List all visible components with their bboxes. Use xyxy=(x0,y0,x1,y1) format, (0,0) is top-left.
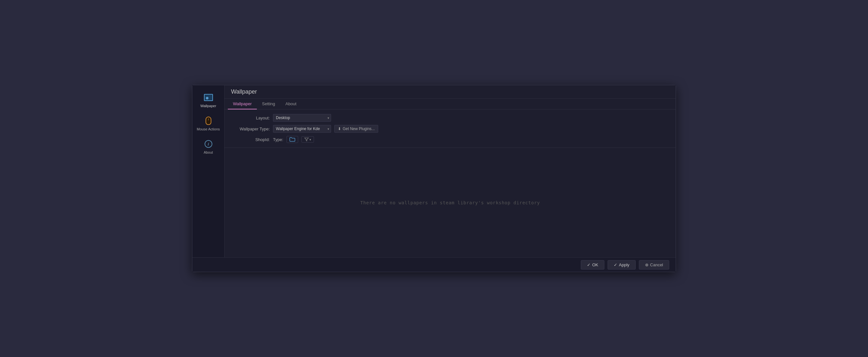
folder-button[interactable] xyxy=(286,136,298,143)
sidebar: Wallpaper Mouse Actions i About xyxy=(192,85,225,257)
wallpaper-type-select-wrapper: Wallpaper Engine for Kde xyxy=(273,125,331,133)
cancel-icon: ⊗ xyxy=(645,262,649,267)
get-plugins-label: Get New Plugins... xyxy=(343,126,375,131)
main-content: Wallpaper Wallpaper Setting About Layout… xyxy=(225,85,676,257)
title-bar: Wallpaper xyxy=(225,85,676,99)
bottom-bar: ✓ OK ✓ Apply ⊗ Cancel xyxy=(192,257,676,272)
wallpaper-type-select[interactable]: Wallpaper Engine for Kde xyxy=(273,125,331,133)
sidebar-label-mouse-actions: Mouse Actions xyxy=(197,127,220,131)
empty-message: There are no wallpapers in steam library… xyxy=(361,200,540,205)
download-icon: ⬇ xyxy=(338,126,341,131)
apply-button[interactable]: ✓ Apply xyxy=(608,260,636,270)
shopid-row: ShopId: Type: ▾ xyxy=(234,136,666,143)
tab-setting[interactable]: Setting xyxy=(257,99,280,110)
mouse-actions-icon xyxy=(203,116,214,126)
layout-select-wrapper: Desktop xyxy=(273,114,331,122)
type-label: Type: xyxy=(273,137,283,142)
layout-select[interactable]: Desktop xyxy=(273,114,331,122)
sidebar-item-wallpaper[interactable]: Wallpaper xyxy=(192,88,224,112)
controls-area: Layout: Desktop Wallpaper Type: Wallpape… xyxy=(225,110,676,148)
cancel-label: Cancel xyxy=(650,262,663,267)
apply-icon: ✓ xyxy=(614,262,617,267)
tab-about[interactable]: About xyxy=(280,99,302,110)
ok-button[interactable]: ✓ OK xyxy=(581,260,604,270)
filter-arrow: ▾ xyxy=(309,138,311,141)
tab-bar: Wallpaper Setting About xyxy=(225,99,676,110)
layout-label: Layout: xyxy=(234,116,270,120)
ok-label: OK xyxy=(592,262,598,267)
wallpaper-type-label: Wallpaper Type: xyxy=(234,126,270,131)
filter-button[interactable]: ▾ xyxy=(301,136,314,143)
layout-row: Layout: Desktop xyxy=(234,114,666,122)
sidebar-label-about: About xyxy=(204,150,213,154)
page-title: Wallpaper xyxy=(231,88,669,95)
main-dialog: Wallpaper Mouse Actions i About Wallpape… xyxy=(192,85,676,272)
about-icon: i xyxy=(203,139,214,149)
wallpaper-content-area: There are no wallpapers in steam library… xyxy=(225,148,676,257)
sidebar-label-wallpaper: Wallpaper xyxy=(200,104,216,108)
wallpaper-icon xyxy=(203,92,214,102)
folder-icon xyxy=(289,137,295,142)
sidebar-item-about[interactable]: i About xyxy=(192,135,224,158)
ok-icon: ✓ xyxy=(587,262,590,267)
cancel-button[interactable]: ⊗ Cancel xyxy=(639,260,669,270)
tab-wallpaper[interactable]: Wallpaper xyxy=(228,99,257,110)
filter-icon xyxy=(304,138,309,141)
sidebar-item-mouse-actions[interactable]: Mouse Actions xyxy=(192,112,224,135)
apply-label: Apply xyxy=(619,262,629,267)
wallpaper-type-row: Wallpaper Type: Wallpaper Engine for Kde… xyxy=(234,125,666,133)
shopid-label: ShopId: xyxy=(234,137,270,142)
dialog-body: Wallpaper Mouse Actions i About Wallpape… xyxy=(192,85,676,257)
get-plugins-button[interactable]: ⬇ Get New Plugins... xyxy=(334,125,378,133)
